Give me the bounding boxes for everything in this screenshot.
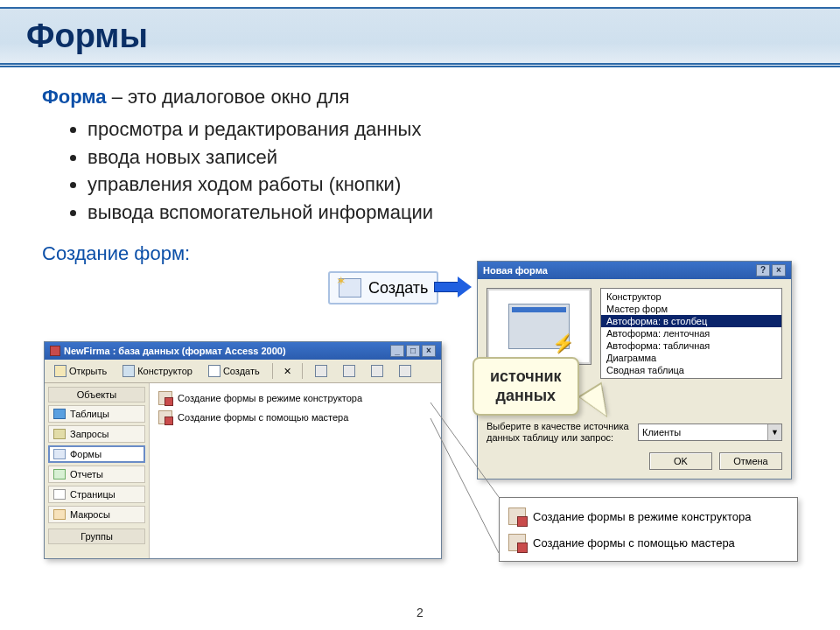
option-constructor[interactable]: Конструктор — [601, 290, 781, 303]
nav-header-groups: Группы — [48, 528, 145, 544]
title-rule — [0, 63, 840, 65]
bullet-list: просмотра и редактирования данных ввода … — [88, 116, 794, 228]
lightning-icon: ⚡ — [552, 332, 574, 354]
form-type-listbox[interactable]: Конструктор Мастер форм Автоформа: в сто… — [600, 288, 782, 379]
option-diagram[interactable]: Диаграмма — [601, 352, 781, 364]
toolbar-new[interactable]: Создать — [202, 362, 266, 380]
help-button[interactable]: ? — [756, 264, 770, 276]
nav-header-objects: Объекты — [48, 387, 145, 402]
query-icon — [53, 429, 66, 439]
nav-item-reports[interactable]: Отчеты — [48, 466, 145, 483]
toolbar-view-detail[interactable] — [393, 362, 417, 380]
lead-paragraph: Форма – это диалоговое окно для — [42, 84, 794, 110]
db-window-titlebar: NewFirma : база данных (формат Access 20… — [45, 342, 441, 360]
form-new-icon — [339, 278, 361, 298]
nav-item-tables[interactable]: Таблицы — [48, 405, 145, 423]
lead-keyword: Форма — [42, 86, 107, 108]
option-autoform-column[interactable]: Автоформа: в столбец — [601, 315, 781, 327]
toolbar-open[interactable]: Открыть — [48, 362, 113, 380]
form-preview: ⚡ — [486, 288, 592, 365]
body-text: Форма – это диалоговое окно для просмотр… — [42, 84, 794, 265]
objects-nav: Объекты Таблицы Запросы Формы Отчеты Стр… — [45, 383, 150, 558]
wizard-icon — [158, 391, 172, 405]
db-window: NewFirma : база данных (формат Access 20… — [44, 341, 442, 559]
db-window-title: NewFirma : база данных (формат Access 20… — [64, 346, 286, 356]
content-item-design[interactable]: Создание формы в режиме конструктора — [157, 388, 434, 408]
slide-title: Формы — [26, 18, 814, 55]
form-icon — [53, 449, 66, 459]
minimize-button[interactable]: _ — [390, 345, 404, 357]
view-detail-icon — [399, 365, 411, 377]
source-label: Выберите в качестве источника данных таб… — [486, 421, 631, 444]
option-autoform-ribbon[interactable]: Автоформа: ленточная — [601, 327, 781, 340]
close-button[interactable]: × — [422, 345, 436, 357]
source-input[interactable] — [639, 424, 767, 440]
design-icon — [122, 365, 135, 377]
app-icon — [50, 346, 60, 356]
page-icon — [53, 489, 66, 500]
source-combobox[interactable]: ▼ — [638, 424, 782, 441]
maximize-button[interactable]: □ — [406, 345, 420, 357]
macro-icon — [53, 509, 66, 520]
option-autoform-table[interactable]: Автоформа: табличная — [601, 340, 781, 352]
toolbar-delete[interactable]: ✕ — [279, 363, 296, 380]
cancel-button[interactable]: Отмена — [719, 452, 782, 470]
db-toolbar: Открыть Конструктор Создать ✕ — [45, 360, 441, 383]
slide-title-band: Формы — [0, 7, 840, 67]
new-icon — [208, 365, 220, 377]
option-pivot[interactable]: Сводная таблица — [601, 364, 781, 376]
ok-button[interactable]: OK — [649, 452, 712, 470]
chevron-down-icon[interactable]: ▼ — [767, 424, 781, 440]
toolbar-design[interactable]: Конструктор — [116, 362, 199, 380]
toolbar-view-list[interactable] — [365, 362, 389, 380]
table-icon — [53, 409, 66, 419]
page-number: 2 — [0, 606, 840, 620]
view-large-icon — [315, 365, 327, 377]
data-source-callout: источник данных — [472, 357, 579, 416]
nav-item-queries[interactable]: Запросы — [48, 425, 145, 443]
arrow-right-icon — [434, 276, 472, 298]
nav-item-macros[interactable]: Макросы — [48, 506, 145, 523]
bullet-item: управления ходом работы (кнопки) — [88, 171, 794, 199]
nav-item-forms[interactable]: Формы — [48, 445, 145, 463]
wizard-icon — [158, 410, 172, 424]
option-wizard[interactable]: Мастер форм — [601, 303, 781, 315]
toolbar-view-small[interactable] — [337, 362, 361, 380]
open-icon — [54, 365, 66, 377]
view-list-icon — [371, 365, 383, 377]
zoom-item-wizard[interactable]: Создание формы с помощью мастера — [507, 529, 790, 556]
wizard-icon — [508, 508, 526, 525]
create-button-label: Создать — [368, 279, 428, 298]
separator — [272, 363, 273, 379]
report-icon — [53, 469, 66, 480]
db-content: Создание формы в режиме конструктора Соз… — [150, 383, 441, 558]
lead-rest: – это диалоговое окно для — [107, 86, 350, 108]
zoom-item-design[interactable]: Создание формы в режиме конструктора — [507, 503, 790, 529]
close-button[interactable]: × — [772, 264, 786, 276]
view-small-icon — [343, 365, 355, 377]
bullet-item: просмотра и редактирования данных — [88, 116, 794, 144]
dialog-titlebar: Новая форма ? × — [478, 262, 791, 279]
dialog-title: Новая форма — [483, 265, 548, 276]
content-item-wizard[interactable]: Создание формы с помощью мастера — [157, 408, 434, 427]
zoom-options-box: Создание формы в режиме конструктора Соз… — [499, 497, 798, 562]
toolbar-view-large[interactable] — [309, 362, 333, 380]
bullet-item: ввода новых записей — [88, 144, 794, 172]
wizard-icon — [508, 534, 526, 551]
create-button-large[interactable]: Создать — [328, 271, 438, 304]
nav-item-pages[interactable]: Страницы — [48, 486, 145, 503]
separator — [302, 363, 303, 379]
bullet-item: вывода вспомогательной информации — [88, 199, 794, 227]
